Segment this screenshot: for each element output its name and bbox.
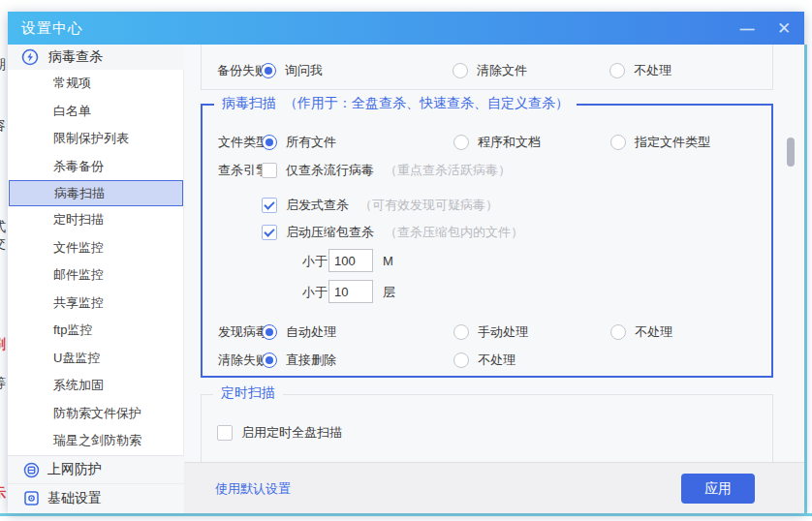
scheduled-scan-legend: 定时扫描 bbox=[213, 384, 283, 402]
radio-icon[interactable] bbox=[262, 324, 277, 340]
radio-option-all-files[interactable]: 所有文件 bbox=[262, 129, 336, 156]
underlying-window-right-border bbox=[804, 45, 807, 516]
sidebar-item-rising-sword[interactable]: 瑞星之剑防勒索 bbox=[8, 427, 184, 455]
checkbox-hint: （查杀压缩包内的文件） bbox=[385, 224, 523, 241]
sidebar-section-basic-settings[interactable]: 基础设置 bbox=[8, 484, 184, 512]
checkbox-label: 启动压缩包查杀 bbox=[286, 224, 374, 241]
radio-icon[interactable] bbox=[453, 352, 469, 368]
background-text-fragment: 期 bbox=[0, 55, 8, 73]
scrollbar-thumb[interactable] bbox=[787, 138, 795, 167]
sidebar-item-list: 常规项 白名单 限制保护列表 杀毒备份 病毒扫描 定时扫描 文件监控 邮件监控 … bbox=[8, 70, 184, 455]
sidebar-section-label: 病毒查杀 bbox=[48, 48, 103, 66]
checkbox-heuristic-scan[interactable]: 启发式查杀 （可有效发现可疑病毒） bbox=[262, 192, 498, 219]
sidebar-item-file-monitor[interactable]: 文件监控 bbox=[8, 234, 184, 262]
size-limit-unit: M bbox=[383, 248, 393, 275]
sidebar-section-web-protection[interactable]: 上网防护 bbox=[8, 456, 184, 484]
footer-bar: 使用默认设置 应用 bbox=[184, 462, 804, 513]
radio-label: 询问我 bbox=[285, 62, 323, 79]
sidebar-item-restricted-protection[interactable]: 限制保护列表 bbox=[8, 125, 184, 153]
scheduled-scan-group: 定时扫描 启用定时全盘扫描 bbox=[201, 394, 773, 462]
backup-fail-group: 备份失败： 询问我 清除文件 不处理 bbox=[201, 45, 773, 90]
on-found-row: 发现病毒： 自动处理 手动处理 不处理 bbox=[203, 319, 771, 346]
radio-option-specified-types[interactable]: 指定文件类型 bbox=[610, 129, 710, 156]
apply-button[interactable]: 应用 bbox=[681, 474, 755, 504]
radio-option-ask-me[interactable]: 询问我 bbox=[261, 57, 323, 84]
radio-icon[interactable] bbox=[261, 63, 276, 78]
checkbox-icon[interactable] bbox=[262, 163, 277, 178]
engine-row-heuristic: 启发式查杀 （可有效发现可疑病毒） bbox=[203, 192, 771, 219]
radio-label: 指定文件类型 bbox=[635, 134, 710, 151]
background-text-fragment: 交 bbox=[0, 234, 8, 252]
background-text-fragment: 式 bbox=[0, 218, 8, 235]
sidebar-item-share-monitor[interactable]: 共享监控 bbox=[8, 290, 184, 318]
title-bar[interactable]: 设置中心 — ✕ bbox=[8, 12, 804, 45]
sidebar-section-virus-scan[interactable]: 病毒查杀 bbox=[8, 45, 184, 70]
radio-icon[interactable] bbox=[610, 324, 626, 340]
checkbox-enable-scheduled-full-scan[interactable]: 启用定时全盘扫描 bbox=[217, 419, 342, 446]
file-type-row: 文件类型： 所有文件 程序和文档 指定文件类型 bbox=[203, 129, 771, 156]
radio-option-manual-handle[interactable]: 手动处理 bbox=[453, 319, 528, 346]
radio-icon[interactable] bbox=[609, 63, 625, 78]
background-text-fragment: 容 bbox=[0, 116, 8, 134]
web-protection-icon bbox=[23, 462, 40, 478]
radio-icon[interactable] bbox=[453, 63, 468, 78]
sidebar-section-label: 基础设置 bbox=[47, 490, 102, 507]
radio-option-delete-directly[interactable]: 直接删除 bbox=[262, 347, 336, 374]
checkbox-archive-scan[interactable]: 启动压缩包查杀 （查杀压缩包内的文件） bbox=[262, 219, 523, 246]
checkbox-label: 仅查杀流行病毒 bbox=[286, 162, 374, 179]
radio-option-programs-docs[interactable]: 程序和文档 bbox=[453, 129, 541, 156]
background-text-fragment: 刷 bbox=[0, 335, 8, 352]
radio-option-no-handle[interactable]: 不处理 bbox=[610, 319, 672, 346]
minimize-button[interactable]: — bbox=[731, 12, 764, 45]
checkbox-popular-virus-only[interactable]: 仅查杀流行病毒 （重点查杀活跃病毒） bbox=[262, 157, 511, 184]
radio-option-no-handle[interactable]: 不处理 bbox=[453, 347, 515, 374]
checkbox-hint: （重点查杀活跃病毒） bbox=[385, 162, 511, 179]
radio-icon[interactable] bbox=[610, 135, 626, 150]
checkbox-label: 启用定时全盘扫描 bbox=[241, 424, 342, 442]
radio-option-ignore[interactable]: 不处理 bbox=[609, 57, 671, 84]
sidebar-item-system-hardening[interactable]: 系统加固 bbox=[8, 372, 184, 400]
background-text-fragment: 等 bbox=[0, 374, 8, 391]
checkbox-icon[interactable] bbox=[262, 225, 277, 240]
depth-limit-input[interactable] bbox=[328, 280, 373, 303]
archive-depth-limit-row: 小于 层 bbox=[203, 279, 771, 306]
radio-icon[interactable] bbox=[262, 135, 277, 150]
radio-label: 自动处理 bbox=[286, 323, 336, 341]
virus-scan-icon bbox=[21, 48, 39, 66]
engine-row-popular-only: 查杀引擎： 仅查杀流行病毒 （重点查杀活跃病毒） bbox=[203, 157, 771, 184]
use-default-settings-link[interactable]: 使用默认设置 bbox=[215, 463, 291, 514]
sidebar-item-antiransom-file-protect[interactable]: 防勒索文件保护 bbox=[8, 400, 184, 428]
clean-fail-row: 清除失败： 直接删除 不处理 bbox=[203, 347, 771, 374]
radio-icon[interactable] bbox=[262, 352, 277, 368]
radio-icon[interactable] bbox=[453, 324, 469, 340]
radio-label: 手动处理 bbox=[478, 323, 528, 341]
settings-dialog: 设置中心 — ✕ 病毒查杀 常规项 白名单 限制保护列表 杀毒备份 病毒扫描 定… bbox=[8, 12, 804, 513]
background-text-fragment: 示 bbox=[0, 484, 8, 502]
sidebar-item-general[interactable]: 常规项 bbox=[8, 70, 184, 98]
settings-content-panel: 备份失败： 询问我 清除文件 不处理 病毒扫描（作用于：全盘查杀、快速查杀、自定… bbox=[184, 45, 804, 462]
close-button[interactable]: ✕ bbox=[767, 12, 800, 45]
sidebar-item-ftp-monitor[interactable]: ftp监控 bbox=[8, 317, 184, 345]
sidebar-item-whitelist[interactable]: 白名单 bbox=[8, 98, 184, 126]
radio-label: 所有文件 bbox=[286, 134, 336, 151]
radio-label: 直接删除 bbox=[286, 352, 336, 369]
depth-limit-unit: 层 bbox=[383, 279, 395, 306]
window-title: 设置中心 bbox=[21, 19, 83, 38]
sidebar: 病毒查杀 常规项 白名单 限制保护列表 杀毒备份 病毒扫描 定时扫描 文件监控 … bbox=[8, 45, 184, 513]
size-limit-input[interactable] bbox=[328, 249, 373, 272]
sidebar-item-scheduled-scan[interactable]: 定时扫描 bbox=[8, 206, 184, 234]
backup-fail-row: 备份失败： 询问我 清除文件 不处理 bbox=[202, 57, 772, 84]
radio-option-auto-handle[interactable]: 自动处理 bbox=[262, 319, 336, 346]
checkbox-icon[interactable] bbox=[217, 425, 233, 441]
basic-settings-icon bbox=[23, 490, 40, 506]
sidebar-item-av-backup[interactable]: 杀毒备份 bbox=[8, 153, 184, 181]
archive-size-limit-row: 小于 M bbox=[203, 248, 771, 275]
sidebar-item-virus-scan-selected[interactable]: 病毒扫描 bbox=[9, 180, 183, 206]
checkbox-icon[interactable] bbox=[262, 198, 277, 213]
depth-limit-prefix: 小于 bbox=[302, 279, 328, 306]
radio-option-delete-file[interactable]: 清除文件 bbox=[453, 57, 527, 84]
radio-label: 不处理 bbox=[635, 323, 672, 341]
sidebar-item-usb-monitor[interactable]: U盘监控 bbox=[8, 345, 184, 373]
radio-icon[interactable] bbox=[453, 135, 469, 150]
sidebar-item-mail-monitor[interactable]: 邮件监控 bbox=[8, 261, 184, 290]
